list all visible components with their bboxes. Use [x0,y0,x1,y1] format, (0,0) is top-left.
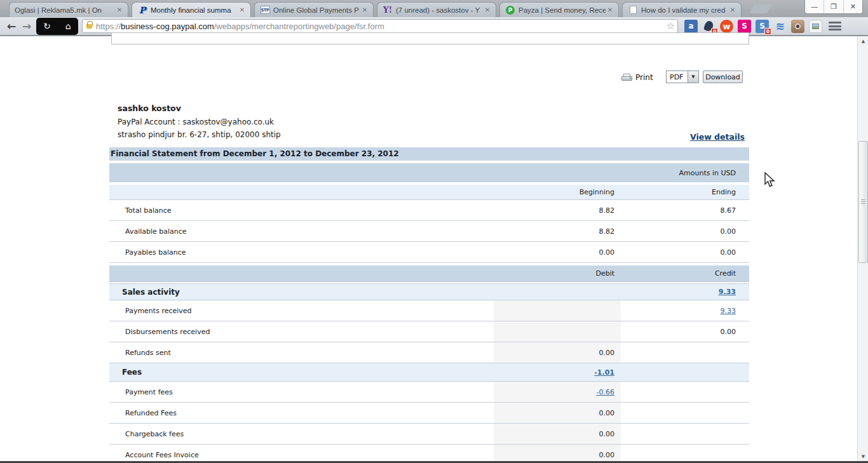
format-select[interactable]: PDF ▼ [666,70,699,83]
minimize-button[interactable]: — [805,0,824,13]
table-row-refunds-sent: Refunds sent 0.00 [109,342,749,363]
amounts-note-band: Amounts in USD [109,163,749,182]
table-row-total-balance: Total balance 8.82 8.67 [109,200,749,221]
stumbleupon-icon[interactable]: w [720,20,733,33]
format-selected-value: PDF [667,71,688,83]
financial-statement-table: Financial Statement from December 1, 201… [109,147,749,463]
balance-header-row: Beginning Ending [109,185,749,200]
fees-total-link[interactable]: -1.01 [594,368,614,377]
ending-header: Ending [621,185,749,199]
stp-favicon-icon: STP [260,5,270,15]
close-button[interactable]: ✕ [844,0,862,13]
bookmark-star-icon[interactable]: ☆ [667,20,675,32]
debit-header: Debit [494,265,621,281]
extension-blue-s-icon[interactable]: S0 [756,20,769,33]
back-button[interactable]: ← [4,20,19,32]
tab-close-icon[interactable]: ✕ [360,6,369,15]
yahoo-favicon-icon: Y! [383,5,393,15]
vertical-scrollbar[interactable]: ▲ ▼ [857,36,868,463]
sales-activity-total-link[interactable]: 9.33 [719,288,736,296]
tab-close-icon[interactable]: ✕ [115,6,124,15]
browser-window: Oglasi | Reklama5.mk | On ✕ P Monthly fi… [0,0,868,463]
table-row-payables-balance: Payables balance 0.00 0.00 [109,242,749,263]
page-favicon-icon [628,5,638,15]
tab-title: (7 unread) - saskostov - Y [396,6,483,14]
payments-received-link[interactable]: 9.33 [721,307,736,315]
amounts-note: Amounts in USD [621,163,749,182]
table-row-available-balance: Available balance 8.82 0.00 [109,221,749,242]
table-row-refunded-fees: Refunded Fees 0.00 [109,403,749,424]
tab-close-icon[interactable]: ✕ [238,6,247,15]
tab-close-icon[interactable]: ✕ [483,6,492,15]
statement-title: Financial Statement from December 1, 201… [109,147,749,160]
payza-favicon-icon: P [505,5,515,15]
tab-validate-credit[interactable]: How do I validate my cred ✕ [622,2,742,17]
extension-blue-a-icon[interactable]: a [684,20,698,33]
tab-close-icon[interactable]: ✕ [728,6,737,15]
print-link[interactable]: Print [635,73,653,82]
credit-header: Credit [621,265,749,281]
printer-icon[interactable] [621,74,632,82]
address-bar[interactable]: https://business-cog.paypal.com/webapps/… [82,19,678,33]
scrollbar-thumb[interactable] [858,141,868,263]
tab-title: Oglasi | Reklama5.mk | On [15,6,115,14]
extension-image-tool-icon[interactable] [809,20,822,33]
scrolled-section-remnant [111,32,749,44]
forward-button[interactable]: → [19,20,34,32]
page-content: Print PDF ▼ Download sashko kostov PayPa… [0,36,868,463]
extension-drop-icon[interactable]: 0 [702,20,715,33]
tab-online-global-payments[interactable]: STP Online Global Payments P ✕ [254,2,374,17]
tab-title: Monthly financial summa [151,6,238,14]
tab-title: How do I validate my cred [641,6,728,14]
table-row-account-fees-invoice: Account Fees Invoice 0.00 [109,445,749,463]
table-row-payment-fees: Payment fees -0.66 [109,382,749,403]
download-button[interactable]: Download [703,70,743,83]
payment-fees-link[interactable]: -0.66 [597,388,614,396]
account-info: sashko kostov PayPal Account : saskostov… [118,102,281,141]
tab-close-icon[interactable]: ✕ [606,6,614,15]
url-text: https://business-cog.paypal.com/webapps/… [96,22,664,31]
paypal-account-line: PayPal Account : saskostov@yahoo.co.uk [118,116,281,128]
table-row-payments-received: Payments received 9.33 [109,300,749,321]
tab-payza[interactable]: P Payza | Send money, Rece ✕ [499,2,619,17]
tab-yahoo-mail[interactable]: Y! (7 unread) - saskostov - Y ✕ [377,2,496,17]
chevron-down-icon[interactable]: ▼ [688,71,698,83]
tab-title: Payza | Send money, Rece [519,6,606,14]
instagram-icon[interactable] [791,20,804,33]
extension-icons: a 0 w S S0 ≋ [684,20,822,33]
extension-pink-s-icon[interactable]: S [738,20,751,33]
extension-waves-icon[interactable]: ≋ [773,20,787,33]
paypal-favicon-icon: P [137,5,147,15]
chrome-menu-icon[interactable] [827,20,843,32]
view-details-link[interactable]: View details [690,132,745,142]
mouse-cursor [764,172,776,189]
debit-credit-header-row: Debit Credit [109,265,749,282]
table-row-chargeback-fees: Chargeback fees 0.00 [109,424,749,445]
window-controls: — ❐ ✕ [804,0,863,14]
tab-title: Online Global Payments P [273,6,360,14]
ssl-padlock-icon[interactable] [86,24,92,29]
tab-monthly-financial-summary[interactable]: P Monthly financial summa ✕ [132,2,251,17]
tab-oglasi[interactable]: Oglasi | Reklama5.mk | On ✕ [9,2,128,17]
export-controls: Print PDF ▼ Download [621,70,749,84]
scroll-down-icon[interactable]: ▼ [858,452,868,461]
scroll-up-icon[interactable]: ▲ [858,36,868,46]
home-icon[interactable]: ⌂ [65,21,71,31]
section-row-sales-activity: Sales activity 9.33 [109,283,749,300]
titlebar: Oglasi | Reklama5.mk | On ✕ P Monthly fi… [0,0,868,17]
account-holder-name: sashko kostov [118,102,281,115]
reload-icon[interactable]: ↻ [43,21,51,31]
restore-button[interactable]: ❐ [824,0,843,13]
reload-home-group: ↻ ⌂ [36,18,78,35]
section-row-fees: Fees -1.01 [109,363,749,382]
table-row-disbursements-received: Disbursements received 0.00 [109,321,749,342]
new-tab-button[interactable] [750,4,772,13]
account-address-line: strasho pindjur br. 6-27, shtip, 02000 s… [118,128,281,141]
beginning-header: Beginning [494,185,621,199]
